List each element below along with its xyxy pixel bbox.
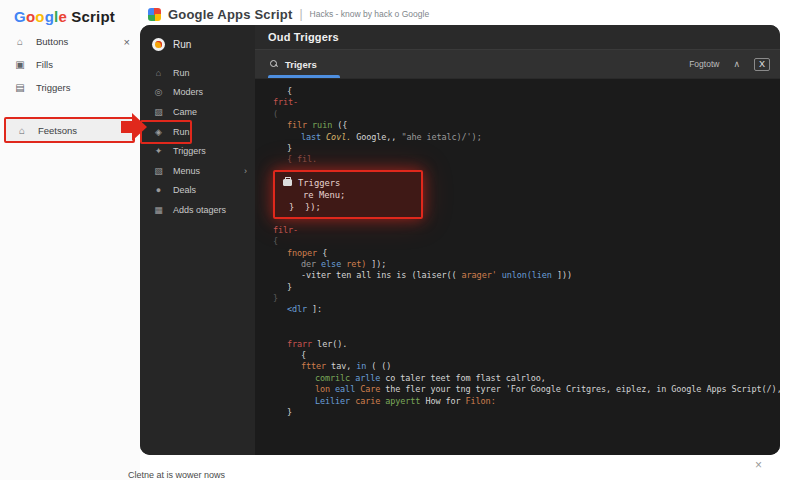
panel-menu-sidebar: Run ⌂Run◎Moders▨Came◈Run✦Triggers▧Menus›… <box>140 25 255 455</box>
collapse-chevron-icon[interactable]: ∧ <box>733 59 740 69</box>
close-icon[interactable]: × <box>124 36 130 48</box>
logo-letter: G <box>14 8 26 25</box>
add-triggers-icon: ▦ <box>153 205 164 215</box>
code-line: last Covl. Google,, "ahe ietalc)/'); <box>273 132 780 143</box>
code-line: { fil. <box>273 154 780 165</box>
footer-note: Cletne at is wower nows <box>128 470 225 480</box>
sidebar-item-label: Fills <box>36 59 53 70</box>
arrow-head-icon <box>132 113 147 141</box>
image-icon: ▨ <box>153 107 164 117</box>
code-line: <dlr ]: <box>273 304 780 315</box>
sidebar-item-label: Buttons <box>36 36 68 47</box>
tab-triggers[interactable]: Trigers <box>268 50 343 78</box>
logo-letter: o <box>35 8 44 25</box>
code-line: ftter tav, in ( () <box>273 361 780 372</box>
tabbar-right-label: Fogtotw <box>689 59 719 69</box>
code-line: -viter ten all ins is (laiser(( arager' … <box>273 270 780 281</box>
highlight-line: Triggers <box>283 177 413 189</box>
code-line: lon eall Care the fler your tng tyrer 'F… <box>273 384 780 395</box>
search-icon <box>270 60 278 68</box>
menu-item-adds-otagers[interactable]: ▦Adds otagers <box>140 200 255 220</box>
logo-letter: e <box>58 8 67 25</box>
logo-suffix: Script <box>67 8 115 25</box>
run-icon: ◈ <box>153 127 164 137</box>
menu-item-run[interactable]: ◈Run <box>140 120 192 144</box>
tab-label: Trigers <box>285 59 317 70</box>
code-line: frit- <box>273 97 780 108</box>
code-editor[interactable]: {frit-(filr ruin ({last Covl. Google,, "… <box>255 79 780 455</box>
sidebar-item-fills[interactable]: ▣Fills <box>0 53 140 76</box>
home-icon: ⌂ <box>153 68 164 78</box>
home-icon: ⌂ <box>16 125 28 136</box>
code-line: filr- <box>273 225 780 236</box>
tab-active-underline <box>268 75 340 78</box>
logo-letter: g <box>45 8 54 25</box>
google-script-logo: Google Script <box>14 8 115 25</box>
code-highlight-box: Triggersre Menu;} }); <box>273 170 423 219</box>
run-badge-icon <box>152 38 165 51</box>
menu-item-menus[interactable]: ▧Menus› <box>140 161 255 181</box>
apps-script-logo-icon <box>148 8 161 21</box>
menu-item-label: Adds otagers <box>173 205 226 215</box>
panel-run-header[interactable]: Run <box>140 25 255 55</box>
highlight-line: re Menu; <box>283 189 413 201</box>
home-icon: ⌂ <box>14 36 26 47</box>
menu-item-label: Run <box>173 68 190 78</box>
code-line: ( <box>273 109 780 120</box>
screenshot-root: Google Script ⌂Buttons×▣Fills▤Triggers⌂F… <box>0 0 800 480</box>
code-line: } <box>273 143 780 154</box>
menu-item-label: Run <box>173 127 190 137</box>
code-line: { <box>273 86 780 97</box>
search-icon: ◎ <box>153 87 164 97</box>
panel-tab-bar: Trigers Fogtotw ∧ X <box>255 49 780 78</box>
code-line: fnoper { <box>273 248 780 259</box>
top-header: Google Apps Script | Hacks - know by hac… <box>148 4 429 24</box>
header-divider: | <box>299 7 302 21</box>
logo-letter: o <box>26 8 35 25</box>
page-close-icon[interactable]: × <box>755 458 762 472</box>
panel-close-button[interactable]: X <box>754 58 770 71</box>
menu-item-label: Came <box>173 107 197 117</box>
triggers-icon: ✦ <box>153 146 164 156</box>
panel-main: Oud Triggers Trigers Fogtotw ∧ X {frit-(… <box>255 25 780 455</box>
brand-title: Google Apps Script <box>168 7 292 22</box>
left-sidebar: Google Script ⌂Buttons×▣Fills▤Triggers⌂F… <box>0 0 140 480</box>
code-line: { <box>273 236 780 247</box>
code-line: frarr ler(). <box>273 339 780 350</box>
fills-icon: ▣ <box>14 59 26 70</box>
code-line: } <box>273 293 780 304</box>
menus-icon: ▧ <box>153 166 164 176</box>
code-line: Leilier carie apyertt How for Filon: <box>273 396 780 407</box>
sidebar-item-triggers[interactable]: ▤Triggers <box>0 76 140 99</box>
code-line: filr ruin ({ <box>273 120 780 131</box>
code-line: { <box>273 350 780 361</box>
code-line <box>273 327 780 338</box>
code-line: } <box>273 282 780 293</box>
code-line: der else ret) ]); <box>273 259 780 270</box>
dark-modal-panel: Run ⌂Run◎Moders▨Came◈Run✦Triggers▧Menus›… <box>140 25 780 455</box>
menu-item-label: Menus <box>173 166 200 176</box>
panel-title-strip: Oud Triggers <box>255 25 780 49</box>
highlight-line: } }); <box>283 201 413 213</box>
menu-item-label: Moders <box>173 87 203 97</box>
menu-item-label: Triggers <box>173 146 206 156</box>
sidebar-item-feetsons[interactable]: ⌂Feetsons <box>4 117 135 143</box>
code-line <box>273 316 780 327</box>
menu-item-moders[interactable]: ◎Moders <box>140 83 255 103</box>
deals-icon: ● <box>153 185 164 195</box>
code-line: comrilc arlle co taler teet fom flast ca… <box>273 373 780 384</box>
sidebar-item-buttons[interactable]: ⌂Buttons× <box>0 30 140 53</box>
briefcase-icon <box>283 179 292 186</box>
panel-title: Oud Triggers <box>268 31 339 43</box>
menu-item-triggers[interactable]: ✦Triggers <box>140 142 255 162</box>
tab-bar-controls: Fogtotw ∧ X <box>689 58 770 71</box>
menu-item-deals[interactable]: ●Deals <box>140 181 255 201</box>
menu-item-run[interactable]: ⌂Run <box>140 63 255 83</box>
menu-item-came[interactable]: ▨Came <box>140 102 255 122</box>
logo-wordmark: Google <box>14 8 67 25</box>
left-sidebar-items: ⌂Buttons×▣Fills▤Triggers⌂Feetsons <box>0 30 140 143</box>
sidebar-item-label: Triggers <box>36 82 71 93</box>
triggers-icon: ▤ <box>14 82 26 93</box>
run-badge-label: Run <box>173 39 191 50</box>
menu-item-label: Deals <box>173 185 196 195</box>
